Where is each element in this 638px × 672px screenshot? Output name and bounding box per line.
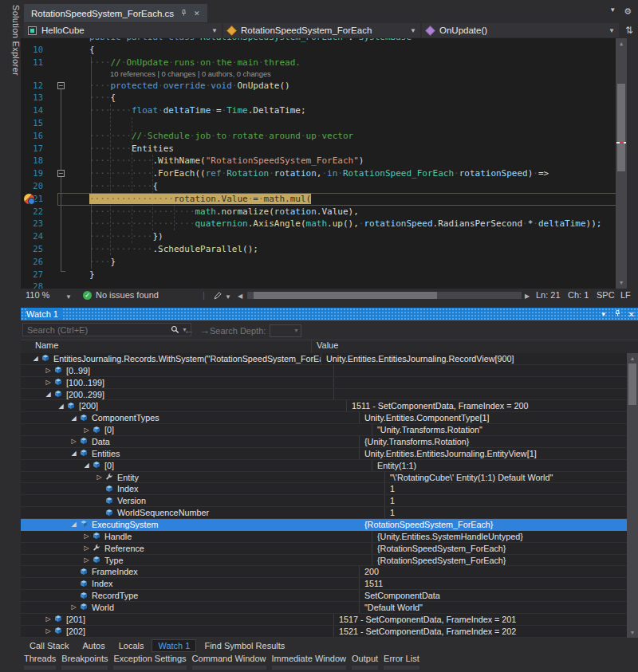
document-tab[interactable]: RotationSpeedSystem_ForEach.cs ✕ — [24, 4, 207, 22]
watch-value[interactable] — [333, 365, 627, 376]
watch-row[interactable]: Index1511 — [21, 578, 627, 590]
tab-immediate-window[interactable]: Immediate Window — [272, 654, 347, 672]
tab-command-window[interactable]: Command Window — [192, 654, 266, 672]
tab-watch-1[interactable]: Watch 1 — [152, 639, 196, 652]
outlining-gutter[interactable] — [43, 130, 57, 143]
watch-value[interactable]: 1511 - SetComponentData, FrameIndex = 20… — [346, 400, 627, 411]
expand-icon[interactable]: ▷ — [43, 615, 53, 623]
expand-icon[interactable]: ▷ — [69, 603, 79, 611]
code-line[interactable]: 23····················quaternion.AxisAng… — [21, 218, 627, 230]
search-input[interactable] — [23, 325, 171, 335]
watch-value[interactable]: "Default World" — [359, 602, 627, 613]
outlining-gutter[interactable] — [43, 104, 57, 117]
watch-row[interactable]: ◢[0]Entity(1:1) — [21, 460, 627, 472]
code-line[interactable]: 15 — [21, 117, 627, 130]
scrollbar-thumb[interactable] — [254, 292, 437, 299]
expand-icon[interactable]: ▷ — [81, 556, 92, 564]
watch-row[interactable]: ▷[202]1521 - SetComponentData, FrameInde… — [21, 626, 627, 638]
expand-icon[interactable]: ▷ — [69, 438, 79, 445]
scrollbar-thumb[interactable] — [617, 84, 625, 171]
watch-row[interactable]: ◢[200..299] — [21, 389, 627, 401]
outlining-gutter[interactable] — [43, 256, 57, 269]
collapse-icon[interactable]: ◢ — [56, 403, 66, 410]
tab-call-stack[interactable]: Call Stack — [24, 640, 75, 651]
outlining-gutter[interactable] — [43, 180, 57, 193]
watch-row[interactable]: ◢EntitiesUnity.Entities.EntitiesJournali… — [21, 448, 627, 460]
outlining-gutter[interactable] — [43, 269, 57, 281]
outlining-gutter[interactable] — [43, 155, 57, 167]
outlining-gutter[interactable] — [43, 167, 57, 180]
watch-value[interactable]: Entity(1:1) — [372, 460, 627, 471]
outlining-gutter[interactable] — [43, 206, 57, 218]
code-line[interactable]: 19············.ForEach((ref·Rotation·rot… — [21, 167, 627, 180]
chevron-down-icon[interactable]: ▼ — [225, 293, 231, 301]
code-line[interactable]: public·partial·class·RotationSpeedSystem… — [21, 38, 627, 44]
watch-row[interactable]: ◢[200]1511 - SetComponentData, FrameInde… — [21, 400, 627, 412]
tab-find-symbol-results[interactable]: Find Symbol Results — [199, 640, 290, 651]
expand-icon[interactable]: ▷ — [81, 544, 92, 552]
code-line[interactable]: 12····protected·override·void·OnUpdate() — [21, 80, 627, 92]
watch-row[interactable]: ▷Handle{Unity.Entities.SystemHandleUntyp… — [21, 531, 627, 543]
expand-icon[interactable]: ▷ — [81, 532, 92, 540]
code-line[interactable]: 10{ — [21, 44, 627, 57]
outlining-gutter[interactable] — [43, 193, 57, 206]
watch-row[interactable]: ▷[0..99] — [21, 365, 627, 377]
code-line[interactable]: 13····{ — [21, 92, 627, 104]
watch-value[interactable]: {Unity.Transforms.Rotation} — [359, 436, 627, 447]
collapse-icon[interactable]: ◢ — [69, 521, 79, 528]
watch-value[interactable]: {RotationSpeedSystem_ForEach} — [372, 543, 627, 554]
watch-row[interactable]: ◢EntitiesJournaling.Records.WithSystem("… — [21, 353, 627, 365]
watch-value[interactable]: 1511 — [359, 578, 627, 589]
watch-row[interactable]: ▷[201]1517 - SetComponentData, FrameInde… — [21, 614, 627, 626]
scroll-left-icon[interactable]: ◀ — [238, 293, 242, 300]
watch-value[interactable]: 1521 - SetComponentData, FrameIndex = 20… — [333, 626, 627, 637]
watch-row[interactable]: RecordTypeSetComponentData — [21, 590, 627, 602]
scroll-up-icon[interactable]: ▲ — [616, 41, 627, 47]
watch-value[interactable] — [333, 389, 627, 400]
editor-vertical-scrollbar[interactable]: ▲ ▼ — [616, 38, 627, 289]
outlining-gutter[interactable] — [43, 243, 57, 256]
split-window-icon[interactable]: ⇅ — [625, 25, 633, 36]
collapse-icon[interactable]: ◢ — [43, 391, 53, 398]
tab-locals[interactable]: Locals — [113, 640, 150, 651]
code-line[interactable]: 20············{ — [21, 180, 627, 193]
collapse-icon[interactable]: ◢ — [69, 415, 79, 422]
watch-row[interactable]: FrameIndex200 — [21, 566, 627, 578]
scrollbar-thumb[interactable] — [628, 364, 636, 405]
watch-row[interactable]: Version1 — [21, 495, 627, 507]
outlining-gutter[interactable] — [43, 38, 57, 44]
tab-breakpoints[interactable]: Breakpoints — [61, 654, 108, 672]
breakpoint-icon[interactable] — [24, 194, 34, 204]
watch-row[interactable]: ▷[0]"Unity.Transforms.Rotation" — [21, 424, 627, 436]
pen-icon[interactable] — [214, 292, 222, 301]
code-line[interactable]: 14········float·deltaTime·=·Time.DeltaTi… — [21, 104, 627, 117]
expand-icon[interactable]: ▷ — [43, 627, 53, 635]
expand-icon[interactable]: ▷ — [94, 474, 104, 481]
code-line[interactable]: 28 — [21, 281, 627, 289]
tab-error-list[interactable]: Error List — [384, 654, 419, 672]
search-next-icon[interactable]: → — [199, 324, 210, 336]
outlining-gutter[interactable] — [43, 281, 57, 289]
chevron-down-icon[interactable]: ▼ — [601, 311, 607, 318]
tab-output[interactable]: Output — [352, 654, 378, 672]
watch-row[interactable]: ▷[100..199] — [21, 377, 627, 389]
watch-value[interactable]: {RotationSpeedSystem_ForEach} — [359, 519, 627, 530]
watch-vertical-scrollbar[interactable]: ▲ ▼ — [627, 353, 638, 638]
column-header-name[interactable]: Name — [21, 340, 311, 353]
column-header-value[interactable]: Value — [311, 340, 638, 353]
collapse-box[interactable]: – — [57, 82, 65, 89]
search-box[interactable]: ▼ — [22, 323, 191, 336]
code-line[interactable]: 25············.ScheduleParallel(); — [21, 243, 627, 256]
expand-icon[interactable]: ▷ — [43, 367, 53, 374]
outlining-gutter[interactable] — [43, 57, 57, 69]
watch-row[interactable]: WorldSequenceNumber1 — [21, 507, 627, 519]
codelens-line[interactable]: 10 references | 0 changes | 0 authors, 0… — [21, 69, 627, 80]
outlining-gutter[interactable] — [43, 218, 57, 230]
watch-value[interactable]: {Unity.Entities.SystemHandleUntyped} — [372, 531, 627, 542]
outlining-gutter[interactable] — [43, 80, 57, 92]
watch-row[interactable]: ▷Data{Unity.Transforms.Rotation} — [21, 436, 627, 448]
outlining-gutter[interactable] — [43, 143, 57, 155]
outlining-gutter[interactable] — [43, 69, 57, 80]
tab-autos[interactable]: Autos — [77, 640, 111, 651]
outlining-gutter[interactable] — [43, 117, 57, 130]
